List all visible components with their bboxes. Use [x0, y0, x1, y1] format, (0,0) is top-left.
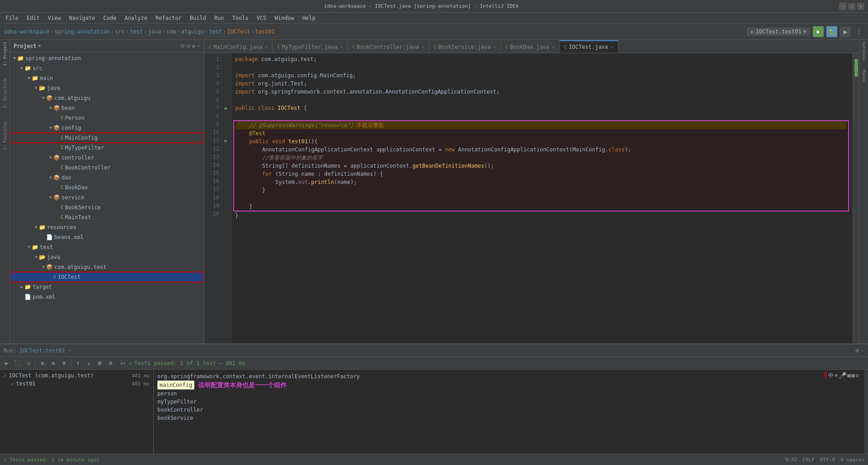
cursor-position[interactable]: 9:42: [785, 457, 797, 463]
stop-button[interactable]: ⬛: [13, 358, 23, 368]
tree-item-dao[interactable]: ▼ 📦 dao: [10, 173, 204, 183]
coverage-button[interactable]: ▶: [840, 26, 851, 37]
line-ending[interactable]: CRLF: [802, 457, 815, 463]
tree-item-com-atguigu-test[interactable]: ▼ 📦 com.atguigu.test: [10, 262, 204, 272]
menu-analyze[interactable]: Analyze: [121, 14, 151, 22]
debug-button[interactable]: 🐛: [826, 26, 837, 37]
dropdown-icon[interactable]: ▼: [38, 43, 41, 48]
menu-build[interactable]: Build: [186, 14, 210, 22]
menu-help[interactable]: Help: [299, 14, 319, 22]
structure-icon[interactable]: Z: Structure: [3, 79, 7, 108]
tree-item-pom[interactable]: 📄 pom.xml: [10, 292, 204, 302]
tree-item-config[interactable]: ▼ 📦 config: [10, 123, 204, 133]
tree-item-mainconfig[interactable]: C MainConfig: [10, 133, 204, 143]
tree-item-java-test[interactable]: ▼ 📂 java: [10, 252, 204, 262]
filter-button[interactable]: ≡: [59, 358, 69, 368]
tree-item-maintest[interactable]: C MainTest: [10, 212, 204, 222]
menu-view[interactable]: View: [44, 14, 65, 22]
tree-item-bookservice[interactable]: C BookService: [10, 202, 204, 212]
breadcrumb-module[interactable]: spring-annotation: [54, 28, 110, 35]
title-bar: idea-workspace - IOCTest.java [spring-an…: [0, 0, 868, 13]
breadcrumb-com[interactable]: com: [166, 28, 176, 35]
menu-vcs[interactable]: VCS: [253, 14, 270, 22]
breadcrumb-testpkg[interactable]: test: [209, 28, 222, 35]
menu-run[interactable]: Run: [211, 14, 228, 22]
editor-scrollbar[interactable]: [853, 53, 859, 343]
close-button[interactable]: ✕: [857, 3, 864, 10]
tree-item-src[interactable]: ▼ 📁 src: [10, 63, 204, 73]
menu-tools[interactable]: Tools: [229, 14, 252, 22]
menu-edit[interactable]: Edit: [23, 14, 43, 22]
tree-item-test[interactable]: ▼ 📁 test: [10, 242, 204, 252]
run-method-gutter-icon[interactable]: ▶: [222, 136, 230, 145]
tree-item-main[interactable]: ▼ 📁 main: [10, 73, 204, 83]
tree-item-spring-annotation[interactable]: ▼ 📁 spring-annotation: [10, 53, 204, 63]
maximize-button[interactable]: ❐: [848, 3, 855, 10]
expand-button[interactable]: ⊞: [95, 358, 105, 368]
tab-bookdao[interactable]: C BookDao.java ✕: [501, 40, 560, 53]
tree-item-bookcontroller[interactable]: C BookController: [10, 163, 204, 173]
sort2-button[interactable]: ⇅: [48, 358, 58, 368]
menu-navigate[interactable]: Navigate: [66, 14, 99, 22]
code-editor[interactable]: 1234567891011121314151617181920 ▶: [204, 53, 859, 343]
breadcrumb-java[interactable]: java: [148, 28, 161, 35]
tree-item-beans-xml[interactable]: 📄 beans.xml: [10, 232, 204, 242]
next-button[interactable]: ↓: [84, 358, 94, 368]
menu-file[interactable]: File: [2, 14, 22, 22]
tab-mainconfig[interactable]: C MainConfig.java ✕: [204, 40, 273, 53]
code-line-3: import com.atguigu.config.MainConfig;: [235, 71, 849, 80]
maven-icon[interactable]: Maven: [862, 70, 866, 82]
tree-item-service[interactable]: ▼ 📦 service: [10, 193, 204, 202]
coverage-run-button[interactable]: ⊙: [106, 358, 116, 368]
run-class-gutter-icon[interactable]: ▶: [222, 104, 230, 112]
breadcrumb-atguigu[interactable]: atguigu: [181, 28, 204, 35]
tree-item-java[interactable]: ▼ 📂 java: [10, 83, 204, 93]
tab-ioctest[interactable]: C IOCTest.java ✕: [560, 40, 618, 53]
tree-item-bookdao[interactable]: C BookDao: [10, 183, 204, 193]
tree-item-target[interactable]: ▶ 📁 target: [10, 282, 204, 292]
test-method-item[interactable]: ✓ test01 481 ms: [2, 380, 151, 388]
tab-bookcontroller[interactable]: C BookController.java ✕: [348, 40, 429, 53]
close-run-tab-icon[interactable]: ✕: [69, 348, 71, 353]
run-button[interactable]: ▶: [813, 26, 824, 37]
project-icon[interactable]: 1: Project: [3, 42, 7, 66]
more-run-button[interactable]: ⋮: [854, 26, 864, 37]
menu-code[interactable]: Code: [100, 14, 120, 22]
tree-item-controller[interactable]: ▼ 📦 controller: [10, 153, 204, 163]
tree-item-mytypefilter[interactable]: C MyTypeFilter: [10, 143, 204, 153]
breadcrumb-test[interactable]: test: [130, 28, 143, 35]
menu-refactor[interactable]: Refactor: [152, 14, 185, 22]
code-line-1: package com.atguigu.test;: [235, 55, 849, 63]
sync-icon[interactable]: ⟳: [180, 43, 185, 49]
run-hide-icon[interactable]: —: [861, 347, 864, 354]
minimize-button[interactable]: —: [839, 3, 846, 10]
tree-item-bean[interactable]: ▼ 📦 bean: [10, 103, 204, 113]
tab-bookservice[interactable]: C BookService.java ✕: [429, 40, 501, 53]
sort-button[interactable]: ⇅: [38, 358, 47, 368]
tab-mytypefilter[interactable]: C MyTypeFilter.java ✕: [273, 40, 348, 53]
tree-item-person[interactable]: C Person: [10, 113, 204, 123]
breadcrumb-src[interactable]: src: [115, 28, 125, 35]
database-icon[interactable]: Database: [862, 42, 866, 61]
prev-button[interactable]: ↑: [73, 358, 83, 368]
menu-window[interactable]: Window: [271, 14, 297, 22]
run-config-selector[interactable]: ▶ IOCTest.test01 ▼: [747, 28, 810, 36]
breadcrumb-ioctest[interactable]: IOCTest: [227, 28, 250, 35]
run-scrollbar[interactable]: [864, 370, 868, 454]
favorites-icon[interactable]: 2: Favorites: [3, 121, 7, 150]
tree-item-com-atguigu[interactable]: ▼ 📦 com.atguigu: [10, 93, 204, 103]
run-settings-icon[interactable]: ⚙: [855, 347, 859, 354]
code-content[interactable]: package com.atguigu.test; import com.atg…: [231, 53, 853, 343]
tree-item-resources[interactable]: ▼ 📁 resources: [10, 222, 204, 232]
indent[interactable]: 4 spaces: [840, 457, 864, 463]
breadcrumb-workspace[interactable]: idea-workspace: [4, 28, 49, 35]
rerun-button[interactable]: ▶: [2, 358, 12, 368]
breadcrumb-method[interactable]: test01: [255, 28, 274, 35]
test-suite-item[interactable]: ✓ IOCTest (com.atguigu.test) 481 ms: [2, 371, 151, 380]
settings-icon[interactable]: ⚙: [192, 43, 195, 49]
rerun-failed-button[interactable]: ↺: [24, 358, 33, 368]
collapse-icon[interactable]: ⊟: [187, 43, 190, 49]
charset[interactable]: UTF-8: [820, 457, 835, 463]
hide-icon[interactable]: —: [197, 43, 200, 49]
tree-item-ioctest[interactable]: C IOCTest: [10, 272, 204, 282]
